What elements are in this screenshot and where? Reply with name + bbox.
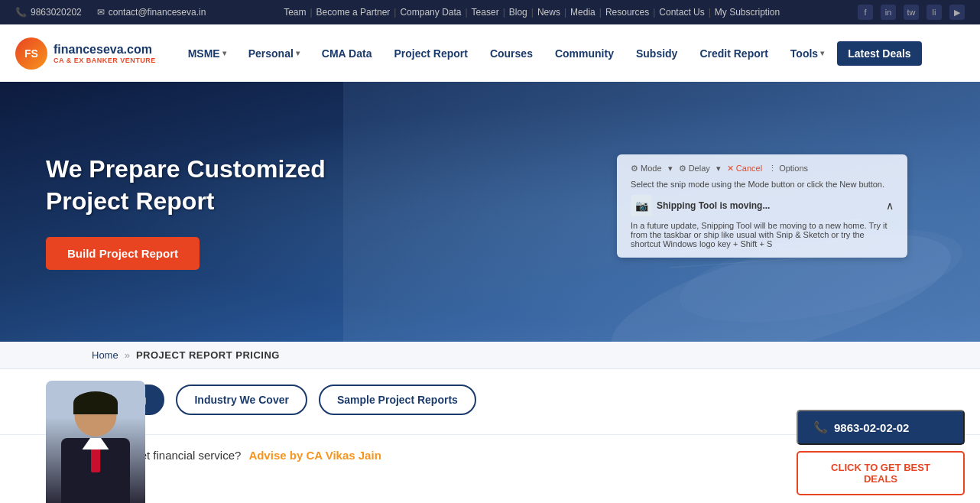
nav-item-label: Tools	[790, 47, 818, 60]
nav-items: MSME▾Personal▾CMA DataProject ReportCour…	[179, 41, 965, 66]
breadcrumb-home[interactable]: Home	[92, 349, 118, 361]
nav-item-label: CMA Data	[322, 47, 372, 60]
navbar: FS financeseva.com CA & EX BANKER VENTUR…	[0, 24, 980, 82]
facebook-icon[interactable]: f	[858, 5, 873, 20]
linkedin-icon[interactable]: li	[926, 5, 942, 20]
topbar-nav-link[interactable]: Resources	[605, 7, 649, 18]
phone-cta-button[interactable]: 📞 9863-02-02-02	[797, 410, 965, 445]
breadcrumb-bar: Home » PROJECT REPORT PRICING	[0, 342, 980, 369]
topbar-nav-link[interactable]: Become a Partner	[316, 7, 391, 18]
topbar-nav-separator: |	[564, 7, 566, 18]
avatar-image	[46, 381, 145, 475]
notification-popup: ⚙ Mode▾⚙ Delay▾✕ Cancel⋮ Options Select …	[617, 154, 907, 258]
topbar-nav-link[interactable]: Media	[570, 7, 595, 18]
nav-item-cma-data[interactable]: CMA Data	[313, 41, 381, 66]
topbar: 📞 9863020202 ✉ contact@financeseva.in Te…	[0, 0, 980, 24]
topbar-nav-separator: |	[394, 7, 396, 18]
nav-item-personal[interactable]: Personal▾	[239, 41, 309, 66]
topbar-nav-separator: |	[599, 7, 602, 18]
nav-item-label: Latest Deals	[848, 47, 910, 60]
phone-info: 📞 9863020202	[15, 7, 82, 18]
topbar-nav-separator: |	[531, 7, 534, 18]
popup-body: In a future update, Snipping Tool will b…	[631, 221, 894, 248]
hero-visual: ⚙ Mode▾⚙ Delay▾✕ Cancel⋮ Options Select …	[343, 82, 980, 342]
email-address[interactable]: contact@financeseva.in	[109, 7, 206, 18]
hero-title: We Prepare Customized Project Report	[46, 154, 326, 217]
nav-item-label: Community	[555, 47, 614, 60]
nav-item-msme[interactable]: MSME▾	[179, 41, 235, 66]
nav-item-credit-report[interactable]: Credit Report	[690, 41, 777, 66]
chevron-down-icon: ▾	[820, 49, 824, 57]
deals-cta-button[interactable]: CLICK TO GET BEST DEALS	[797, 451, 965, 475]
financial-advise[interactable]: Advise by CA Vikas Jain	[248, 449, 381, 462]
topbar-nav-link[interactable]: My Subscription	[715, 7, 780, 18]
hero-title-line1: We Prepare Customized	[46, 155, 326, 183]
logo-main: financeseva.com	[54, 43, 156, 57]
chevron-down-icon: ▾	[222, 49, 226, 57]
tab-sample-project-reports[interactable]: Sample Project Reports	[319, 385, 476, 415]
avatar-person	[46, 381, 145, 475]
topbar-nav-link[interactable]: Company Data	[400, 7, 461, 18]
topbar-nav-link[interactable]: News	[537, 7, 560, 18]
logo-icon: FS	[15, 37, 47, 70]
logo[interactable]: FS financeseva.com CA & EX BANKER VENTUR…	[15, 37, 156, 70]
topbar-nav-link[interactable]: Team	[284, 7, 306, 18]
topbar-nav-separator: |	[310, 7, 312, 18]
advisor-avatar	[46, 381, 145, 475]
build-report-button[interactable]: Build Project Report	[46, 237, 200, 270]
topbar-contact: 📞 9863020202 ✉ contact@financeseva.in	[15, 7, 206, 18]
email-info: ✉ contact@financeseva.in	[97, 7, 206, 18]
nav-item-label: Credit Report	[699, 47, 767, 60]
popup-text1: Select the snip mode using the Mode butt…	[631, 180, 894, 189]
nav-item-courses[interactable]: Courses	[481, 41, 542, 66]
topbar-nav-link[interactable]: Teaser	[472, 7, 499, 18]
nav-item-project-report[interactable]: Project Report	[385, 41, 476, 66]
topbar-nav-separator: |	[503, 7, 505, 18]
nav-item-label: Courses	[490, 47, 533, 60]
topbar-nav-separator: |	[709, 7, 711, 18]
hero-title-line2: Project Report	[46, 187, 214, 215]
instagram-icon[interactable]: in	[881, 5, 896, 20]
breadcrumb-separator: »	[125, 349, 130, 361]
avatar-body	[61, 438, 130, 475]
avatar-hair	[73, 391, 118, 414]
email-icon: ✉	[97, 7, 105, 18]
popup-close[interactable]: ∧	[886, 200, 894, 212]
avatar-collar	[83, 438, 109, 449]
nav-item-tools[interactable]: Tools▾	[781, 41, 833, 66]
topbar-nav-link[interactable]: Blog	[509, 7, 527, 18]
topbar-nav-link[interactable]: Contact Us	[659, 7, 704, 18]
tab-industry-we-cover[interactable]: Industry We Cover	[176, 385, 307, 415]
logo-sub: CA & EX BANKER VENTURE	[54, 57, 156, 64]
topbar-nav: Team|Become a Partner|Company Data|Tease…	[284, 7, 780, 18]
twitter-icon[interactable]: tw	[904, 5, 919, 20]
nav-item-subsidy[interactable]: Subsidy	[627, 41, 686, 66]
phone-cta-number: 9863-02-02-02	[834, 421, 909, 434]
nav-item-community[interactable]: Community	[546, 41, 623, 66]
hero-content: We Prepare Customized Project Report Bui…	[46, 154, 326, 269]
topbar-nav-separator: |	[465, 7, 467, 18]
nav-item-label: Subsidy	[636, 47, 677, 60]
nav-item-label: MSME	[188, 47, 220, 60]
nav-item-latest-deals[interactable]: Latest Deals	[837, 41, 921, 66]
topbar-social: f in tw li ▶	[858, 5, 965, 20]
youtube-icon[interactable]: ▶	[949, 5, 965, 20]
phone-number[interactable]: 9863020202	[31, 7, 82, 18]
logo-letters: FS	[24, 47, 38, 60]
logo-text: financeseva.com CA & EX BANKER VENTURE	[54, 43, 156, 64]
topbar-nav-separator: |	[653, 7, 655, 18]
cta-right: 📞 9863-02-02-02 CLICK TO GET BEST DEALS	[797, 410, 965, 475]
chevron-down-icon: ▾	[296, 49, 300, 57]
hero-section: ⚙ Mode▾⚙ Delay▾✕ Cancel⋮ Options Select …	[0, 82, 980, 342]
phone-cta-icon: 📞	[813, 420, 828, 434]
breadcrumb-current: PROJECT REPORT PRICING	[136, 349, 280, 361]
nav-item-label: Personal	[248, 47, 294, 60]
nav-item-label: Project Report	[394, 47, 467, 60]
phone-icon: 📞	[15, 7, 27, 18]
popup-title: Shipping Tool is moving...	[657, 200, 770, 211]
